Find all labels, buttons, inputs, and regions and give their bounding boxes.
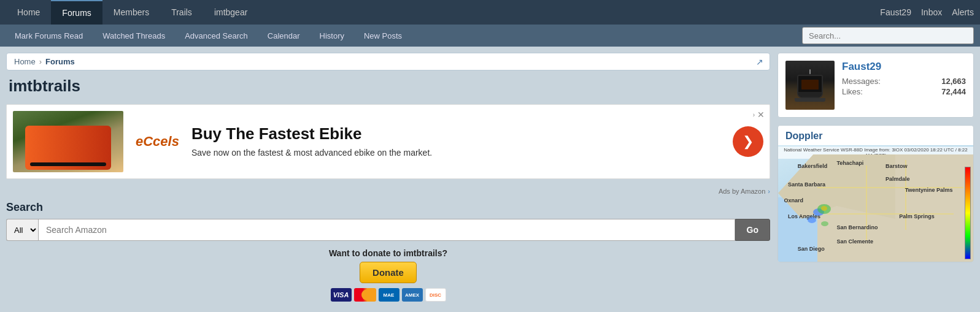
nav-forums[interactable]: Forums bbox=[51, 0, 102, 25]
breadcrumb-separator: › bbox=[39, 57, 42, 66]
search-category-select[interactable]: All bbox=[6, 219, 38, 241]
nav-inbox[interactable]: Inbox bbox=[921, 7, 942, 17]
breadcrumb: Home › Forums ↗ bbox=[6, 53, 770, 70]
subnav-history[interactable]: History bbox=[311, 25, 353, 47]
subnav-calendar[interactable]: Calendar bbox=[259, 25, 309, 47]
doppler-map: National Weather Service WSR-88D Image f… bbox=[778, 145, 973, 262]
ads-by-icon: › bbox=[768, 188, 770, 195]
ad-content: Buy The Fastest Ebike Save now on the fa… bbox=[191, 124, 720, 159]
visa-icon: VISA bbox=[331, 288, 352, 302]
ad-close-icon[interactable]: ✕ bbox=[757, 110, 765, 120]
donate-section: Want to donate to imtbtrails? Donate VIS… bbox=[6, 248, 770, 302]
radar-cell-5 bbox=[821, 221, 828, 226]
messages-label: Messages: bbox=[842, 77, 881, 86]
top-nav-left: Home Forums Members Trails imtbgear bbox=[6, 0, 258, 25]
maestro-icon: MAE bbox=[379, 288, 399, 302]
map-label-barstow: Barstow bbox=[885, 163, 908, 169]
nav-alerts[interactable]: Alerts bbox=[952, 7, 974, 17]
search-section-title: Search bbox=[6, 201, 770, 214]
user-avatar bbox=[785, 61, 835, 110]
mastercard-icon bbox=[354, 288, 376, 302]
subnav-search-area bbox=[802, 27, 974, 44]
sub-navigation: Mark Forums Read Watched Threads Advance… bbox=[0, 25, 980, 47]
subnav-new-posts[interactable]: New Posts bbox=[355, 25, 411, 47]
user-info: Faust29 Messages: 12,663 Likes: 72,444 bbox=[842, 61, 966, 97]
likes-value: 72,444 bbox=[941, 87, 966, 96]
content-area: Home › Forums ↗ imtbtrails › ✕ bbox=[6, 53, 770, 302]
map-label-bakersfield: Bakersfield bbox=[798, 163, 828, 169]
nav-home[interactable]: Home bbox=[6, 0, 51, 25]
main-wrapper: Home › Forums ↗ imtbtrails › ✕ bbox=[0, 47, 980, 308]
map-label-tehachapi: Tehachapi bbox=[836, 160, 863, 166]
doppler-section: Doppler National Weather Service WSR-88D… bbox=[777, 125, 974, 262]
breadcrumb-home[interactable]: Home bbox=[14, 57, 36, 66]
discover-icon: DISC bbox=[425, 288, 446, 302]
top-navigation: Home Forums Members Trails imtbgear Faus… bbox=[0, 0, 980, 25]
map-label-san-clemente: San Clemente bbox=[836, 238, 873, 245]
ad-cta-button[interactable]: ❯ bbox=[733, 126, 763, 157]
nav-members[interactable]: Members bbox=[102, 0, 160, 25]
ad-block: › ✕ eCcels Buy The Fastest Ebike Save no… bbox=[6, 104, 770, 179]
map-label-palmdale: Palmdale bbox=[885, 176, 910, 182]
radar-cell-3 bbox=[821, 206, 827, 211]
ads-by-label: Ads by Amazon bbox=[719, 188, 765, 195]
map-label-palm-springs: Palm Springs bbox=[899, 213, 935, 219]
top-nav-right: Faust29 Inbox Alerts bbox=[880, 7, 974, 17]
username-display[interactable]: Faust29 bbox=[842, 61, 966, 73]
messages-value: 12,663 bbox=[941, 77, 966, 86]
payment-icons: VISA MAE AMEX DISC bbox=[6, 288, 770, 302]
page-title: imtbtrails bbox=[6, 77, 770, 96]
right-sidebar: Faust29 Messages: 12,663 Likes: 72,444 D… bbox=[777, 53, 974, 302]
breadcrumb-current: Forums bbox=[45, 57, 75, 66]
map-label-oxnard: Oxnard bbox=[784, 197, 804, 204]
ad-logo-text: eCcels bbox=[136, 134, 179, 150]
map-label-san-diego: San Diego bbox=[798, 246, 825, 252]
ad-image bbox=[13, 111, 123, 172]
ad-top-controls: › ✕ bbox=[753, 110, 765, 120]
ad-logo: eCcels bbox=[136, 134, 179, 150]
subnav-watched-threads[interactable]: Watched Threads bbox=[94, 25, 174, 47]
ad-description: Save now on the fastest & most advanced … bbox=[191, 147, 720, 159]
map-label-san-bernardino: San Bernardino bbox=[836, 224, 878, 230]
amazon-search-button[interactable]: Go bbox=[735, 219, 770, 241]
nav-username[interactable]: Faust29 bbox=[880, 7, 911, 17]
search-input[interactable] bbox=[802, 27, 974, 44]
ads-by-row: Ads by Amazon › bbox=[6, 188, 770, 195]
map-background: National Weather Service WSR-88D Image f… bbox=[778, 145, 973, 262]
map-label-santa-barbara: Santa Barbara bbox=[788, 181, 825, 188]
subnav-mark-forums-read[interactable]: Mark Forums Read bbox=[6, 25, 91, 47]
amazon-search-input[interactable] bbox=[38, 219, 735, 241]
ad-label: › bbox=[753, 112, 755, 118]
ad-image-inner bbox=[13, 111, 123, 172]
likes-label: Likes: bbox=[842, 87, 863, 96]
external-link-icon[interactable]: ↗ bbox=[756, 57, 763, 67]
avatar-image bbox=[785, 61, 835, 110]
messages-stat: Messages: 12,663 bbox=[842, 77, 966, 86]
amex-icon: AMEX bbox=[402, 288, 423, 302]
subnav-advanced-search[interactable]: Advanced Search bbox=[176, 25, 257, 47]
donate-button[interactable]: Donate bbox=[360, 262, 417, 283]
nav-imtbgear[interactable]: imtbgear bbox=[203, 0, 258, 25]
ad-title: Buy The Fastest Ebike bbox=[191, 124, 720, 143]
doppler-title: Doppler bbox=[778, 126, 973, 145]
amazon-search-row: All Go bbox=[6, 219, 770, 241]
nav-trails[interactable]: Trails bbox=[160, 0, 203, 25]
radar-cell-4 bbox=[808, 217, 816, 223]
map-scale-bar bbox=[965, 167, 971, 259]
user-card: Faust29 Messages: 12,663 Likes: 72,444 bbox=[777, 53, 974, 118]
donate-text: Want to donate to imtbtrails? bbox=[6, 248, 770, 258]
likes-stat: Likes: 72,444 bbox=[842, 87, 966, 96]
search-section: Search All Go bbox=[6, 201, 770, 241]
map-label-twentynine-palms: Twentynine Palms bbox=[905, 187, 953, 193]
